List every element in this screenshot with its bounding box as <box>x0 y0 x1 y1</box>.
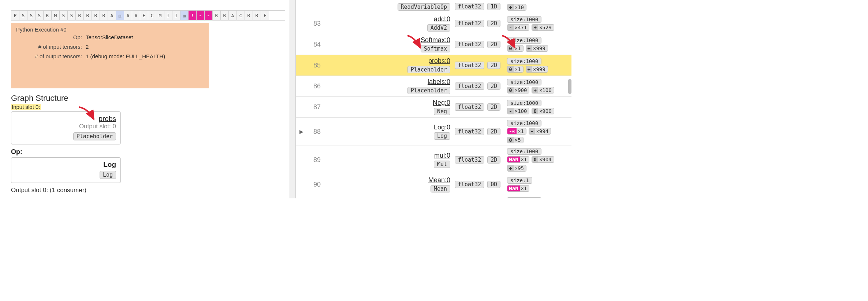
tag-cell[interactable]: R <box>92 11 100 20</box>
tensor-info: size:10000×1+×999 <box>502 58 568 73</box>
tag-cell[interactable]: S <box>19 11 27 20</box>
op-link[interactable]: add:0 <box>325 15 450 23</box>
table-row[interactable]: 83add:0AddV2float322Dsize:1000-×471+×529 <box>296 13 571 34</box>
row-index: 87 <box>307 103 325 111</box>
tag-cell[interactable]: C <box>148 11 156 20</box>
op-link[interactable]: Mean:0 <box>325 176 450 184</box>
op-link[interactable]: probs:0 <box>325 57 450 65</box>
size-chip: size:1000 <box>507 100 541 106</box>
dtype-chip: float32 <box>455 128 484 135</box>
tag-cell[interactable]: R <box>44 11 52 20</box>
op-type-chip: Mul <box>434 161 450 168</box>
tag-cell[interactable]: m <box>180 11 189 20</box>
tag-cell[interactable]: - <box>205 11 213 20</box>
op-type-chip: Neg <box>434 108 450 115</box>
tag-cell[interactable]: S <box>36 11 44 20</box>
pane-divider[interactable] <box>289 0 296 198</box>
rank-chip: 2D <box>487 62 500 69</box>
execution-detail-card: Python Execution #0 Op:TensorSliceDatase… <box>11 23 209 88</box>
tensor-info: size:1000NaN×10×904+×95 <box>502 148 568 172</box>
tensor-part-chip: +×999 <box>526 45 548 52</box>
tag-cell[interactable]: R <box>213 11 221 20</box>
tag-cell[interactable]: M <box>52 11 60 20</box>
detail-row: Op:TensorSliceDataset <box>16 34 204 44</box>
table-row[interactable]: 87Neg:0Negfloat322Dsize:1000-×1000×900 <box>296 97 571 118</box>
tag-cell[interactable]: R <box>253 11 261 20</box>
tensor-info: size:1000-×1000×900 <box>502 100 568 114</box>
tag-cell[interactable]: R <box>76 11 84 20</box>
tag-cell[interactable]: A <box>229 11 237 20</box>
expand-toggle[interactable]: ▶ <box>296 129 307 135</box>
table-row[interactable]: 85probs:0Placeholderfloat322Dsize:10000×… <box>296 55 571 76</box>
op-cell: ReadVariableOp <box>325 2 453 11</box>
dtype-chip: float32 <box>455 20 484 27</box>
tag-cell[interactable]: A <box>108 11 116 20</box>
tensor-part-chip: 0×5 <box>507 137 523 143</box>
tag-cell[interactable]: m <box>116 11 124 20</box>
table-row[interactable]: ReadVariableOpfloat321D+×10 <box>296 0 571 13</box>
detail-value: 1 (debug mode: FULL_HEALTH) <box>86 53 165 59</box>
scrollbar-thumb[interactable] <box>568 79 571 94</box>
op-link[interactable]: mul:0 <box>325 152 450 159</box>
op-type-chip: ReadVariableOp <box>398 3 450 11</box>
detail-value: TensorSliceDataset <box>86 34 133 40</box>
tag-cell[interactable]: I <box>172 11 180 20</box>
tag-cell[interactable]: C <box>237 11 245 20</box>
row-index: 83 <box>307 20 325 27</box>
dtype-chip: float32 <box>455 41 484 48</box>
size-chip: size:1000 <box>507 148 541 155</box>
table-row[interactable]: 91Placeholder:0Placeholderfloat322Dsize:… <box>296 195 571 198</box>
table-row[interactable]: 89mul:0Mulfloat322Dsize:1000NaN×10×904+×… <box>296 146 571 174</box>
tag-cell[interactable]: R <box>100 11 108 20</box>
tag-cell[interactable]: P <box>11 11 19 20</box>
dtype-chip: float32 <box>455 82 484 90</box>
tensor-part-chip: NaN×1 <box>507 185 529 192</box>
tag-cell[interactable]: M <box>156 11 164 20</box>
table-row[interactable]: 86labels:0Placeholderfloat322Dsize:10000… <box>296 76 571 97</box>
tensor-part-chip: 0×900 <box>532 108 554 114</box>
tag-cell[interactable]: I <box>164 11 172 20</box>
tensor-info: size:1000-×471+×529 <box>502 16 568 31</box>
table-row[interactable]: ▶88Log:0Logfloat322Dsize:1000-∞×1-×9940×… <box>296 118 571 146</box>
op-link[interactable]: Log:0 <box>325 124 450 131</box>
rank-chip: 2D <box>487 156 500 164</box>
tag-cell[interactable]: S <box>27 11 36 20</box>
op-link[interactable]: Softmax:0 <box>325 36 450 44</box>
op-link[interactable]: labels:0 <box>325 78 450 86</box>
tensor-part-chip: 0×1 <box>507 45 523 52</box>
tag-cell[interactable]: R <box>221 11 229 20</box>
table-row[interactable]: 90Mean:0Meanfloat320Dsize:1NaN×1 <box>296 174 571 195</box>
op-node-card[interactable]: Log Log <box>11 157 121 183</box>
tag-cell[interactable]: ! <box>189 11 197 20</box>
tag-cell[interactable]: S <box>60 11 68 20</box>
tag-cell[interactable]: R <box>245 11 253 20</box>
graph-structure-heading: Graph Structure <box>11 93 285 103</box>
dtype-chip: float32 <box>455 103 484 111</box>
tag-cell[interactable]: F <box>261 11 269 20</box>
tag-cell[interactable]: R <box>84 11 92 20</box>
tag-cell[interactable]: A <box>124 11 132 20</box>
tensor-part-chip: 0×900 <box>507 87 529 93</box>
dtype-chip: float32 <box>455 62 484 69</box>
execution-detail-title: Python Execution #0 <box>16 26 204 33</box>
detail-row: # of input tensors:2 <box>16 44 204 53</box>
op-node-op-chip: Log <box>100 171 116 179</box>
op-cell: Mean:0Mean <box>325 176 453 192</box>
table-row[interactable]: 84Softmax:0Softmaxfloat322Dsize:10000×1+… <box>296 34 571 55</box>
row-index: 88 <box>307 128 325 136</box>
tensor-part-chip: +×10 <box>507 4 526 11</box>
output-slot-label: Output slot 0: (1 consumer) <box>11 187 285 194</box>
op-label: Op: <box>11 148 285 156</box>
dtype-chip: float32 <box>455 181 484 188</box>
op-cell: Log:0Log <box>325 124 453 140</box>
input-node-card[interactable]: probs Output slot: 0 Placeholder <box>11 111 121 144</box>
tag-cell[interactable]: E <box>140 11 148 20</box>
tag-strip: PSSSRMSSRRRRAmAAECMIIm!--RRACRRF <box>11 10 285 21</box>
tag-cell[interactable]: A <box>132 11 140 20</box>
tensor-part-chip: 0×1 <box>507 66 523 73</box>
input-node-name[interactable]: probs <box>98 115 116 122</box>
size-chip: size:1000 <box>507 58 541 65</box>
tag-cell[interactable]: S <box>68 11 76 20</box>
op-link[interactable]: Neg:0 <box>325 99 450 107</box>
tag-cell[interactable]: - <box>197 11 205 20</box>
